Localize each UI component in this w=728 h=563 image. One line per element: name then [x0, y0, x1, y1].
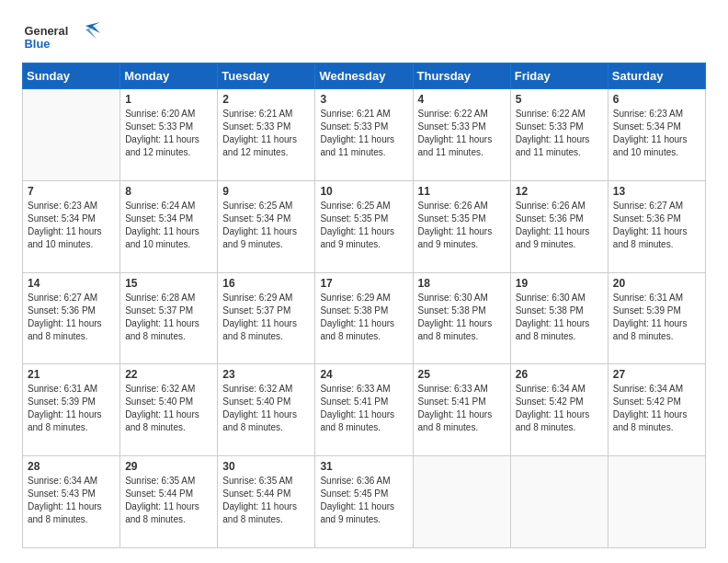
logo: General Blue [22, 18, 105, 55]
day-info: Sunrise: 6:29 AMSunset: 5:37 PMDaylight:… [222, 292, 310, 343]
calendar-day-cell: 10Sunrise: 6:25 AMSunset: 5:35 PMDayligh… [315, 180, 413, 272]
day-info: Sunrise: 6:34 AMSunset: 5:42 PMDaylight:… [613, 383, 700, 434]
calendar-table: SundayMondayTuesdayWednesdayThursdayFrid… [22, 63, 706, 548]
day-number: 31 [320, 460, 407, 473]
day-number: 9 [222, 185, 310, 198]
day-info: Sunrise: 6:30 AMSunset: 5:38 PMDaylight:… [418, 292, 506, 343]
calendar-header-row: SundayMondayTuesdayWednesdayThursdayFrid… [23, 63, 706, 89]
day-number: 27 [613, 368, 700, 381]
day-number: 25 [418, 368, 506, 381]
calendar-week-row: 28Sunrise: 6:34 AMSunset: 5:43 PMDayligh… [23, 456, 706, 548]
calendar-day-cell: 20Sunrise: 6:31 AMSunset: 5:39 PMDayligh… [608, 272, 705, 364]
day-info: Sunrise: 6:25 AMSunset: 5:34 PMDaylight:… [222, 200, 310, 251]
day-number: 17 [320, 277, 407, 290]
day-number: 29 [125, 460, 212, 473]
calendar-day-cell [510, 456, 608, 548]
day-number: 8 [125, 185, 212, 198]
day-number: 6 [613, 93, 700, 106]
day-number: 14 [28, 277, 115, 290]
day-info: Sunrise: 6:25 AMSunset: 5:35 PMDaylight:… [320, 200, 407, 251]
calendar-day-cell: 4Sunrise: 6:22 AMSunset: 5:33 PMDaylight… [413, 89, 510, 181]
day-info: Sunrise: 6:31 AMSunset: 5:39 PMDaylight:… [28, 383, 115, 434]
calendar-day-cell [413, 456, 510, 548]
calendar-day-cell [608, 456, 705, 548]
day-info: Sunrise: 6:36 AMSunset: 5:45 PMDaylight:… [320, 475, 407, 526]
svg-text:General: General [25, 24, 69, 38]
calendar-week-row: 21Sunrise: 6:31 AMSunset: 5:39 PMDayligh… [23, 364, 706, 456]
day-number: 11 [418, 185, 506, 198]
day-number: 20 [613, 277, 700, 290]
calendar-day-cell: 21Sunrise: 6:31 AMSunset: 5:39 PMDayligh… [23, 364, 120, 456]
day-number: 19 [516, 277, 603, 290]
day-number: 26 [516, 368, 603, 381]
day-number: 3 [320, 93, 407, 106]
day-number: 4 [418, 93, 506, 106]
calendar-day-cell: 31Sunrise: 6:36 AMSunset: 5:45 PMDayligh… [315, 456, 413, 548]
day-of-week-header: Wednesday [315, 63, 413, 89]
day-info: Sunrise: 6:27 AMSunset: 5:36 PMDaylight:… [28, 292, 115, 343]
day-number: 7 [28, 185, 115, 198]
calendar-day-cell: 15Sunrise: 6:28 AMSunset: 5:37 PMDayligh… [120, 272, 218, 364]
header: General Blue [22, 18, 706, 55]
calendar-day-cell: 17Sunrise: 6:29 AMSunset: 5:38 PMDayligh… [315, 272, 413, 364]
calendar-day-cell [23, 89, 120, 181]
calendar-day-cell: 7Sunrise: 6:23 AMSunset: 5:34 PMDaylight… [23, 180, 120, 272]
calendar-week-row: 1Sunrise: 6:20 AMSunset: 5:33 PMDaylight… [23, 89, 706, 181]
day-number: 28 [28, 460, 115, 473]
day-number: 1 [125, 93, 212, 106]
day-info: Sunrise: 6:35 AMSunset: 5:44 PMDaylight:… [125, 475, 212, 526]
day-info: Sunrise: 6:32 AMSunset: 5:40 PMDaylight:… [125, 383, 212, 434]
day-number: 12 [516, 185, 603, 198]
day-info: Sunrise: 6:33 AMSunset: 5:41 PMDaylight:… [418, 383, 506, 434]
day-info: Sunrise: 6:26 AMSunset: 5:35 PMDaylight:… [418, 200, 506, 251]
day-info: Sunrise: 6:23 AMSunset: 5:34 PMDaylight:… [28, 200, 115, 251]
day-number: 10 [320, 185, 407, 198]
day-info: Sunrise: 6:31 AMSunset: 5:39 PMDaylight:… [613, 292, 700, 343]
calendar-day-cell: 12Sunrise: 6:26 AMSunset: 5:36 PMDayligh… [510, 180, 608, 272]
page: General Blue SundayMondayTuesdayWednesda… [0, 0, 728, 563]
calendar-day-cell: 6Sunrise: 6:23 AMSunset: 5:34 PMDaylight… [608, 89, 705, 181]
calendar-day-cell: 24Sunrise: 6:33 AMSunset: 5:41 PMDayligh… [315, 364, 413, 456]
calendar-day-cell: 1Sunrise: 6:20 AMSunset: 5:33 PMDaylight… [120, 89, 218, 181]
svg-marker-3 [85, 26, 100, 39]
day-of-week-header: Thursday [413, 63, 510, 89]
day-info: Sunrise: 6:23 AMSunset: 5:34 PMDaylight:… [613, 108, 700, 159]
day-number: 2 [222, 93, 310, 106]
calendar-day-cell: 18Sunrise: 6:30 AMSunset: 5:38 PMDayligh… [413, 272, 510, 364]
calendar-day-cell: 13Sunrise: 6:27 AMSunset: 5:36 PMDayligh… [608, 180, 705, 272]
day-number: 15 [125, 277, 212, 290]
day-of-week-header: Tuesday [218, 63, 315, 89]
logo-icon: General Blue [22, 18, 105, 55]
calendar-day-cell: 2Sunrise: 6:21 AMSunset: 5:33 PMDaylight… [218, 89, 315, 181]
day-info: Sunrise: 6:28 AMSunset: 5:37 PMDaylight:… [125, 292, 212, 343]
calendar-day-cell: 29Sunrise: 6:35 AMSunset: 5:44 PMDayligh… [120, 456, 218, 548]
calendar-day-cell: 26Sunrise: 6:34 AMSunset: 5:42 PMDayligh… [510, 364, 608, 456]
day-number: 18 [418, 277, 506, 290]
day-number: 16 [222, 277, 310, 290]
svg-text:Blue: Blue [25, 37, 51, 51]
day-number: 24 [320, 368, 407, 381]
calendar-day-cell: 27Sunrise: 6:34 AMSunset: 5:42 PMDayligh… [608, 364, 705, 456]
calendar-day-cell: 23Sunrise: 6:32 AMSunset: 5:40 PMDayligh… [218, 364, 315, 456]
day-of-week-header: Monday [120, 63, 218, 89]
day-info: Sunrise: 6:34 AMSunset: 5:43 PMDaylight:… [28, 475, 115, 526]
calendar-day-cell: 14Sunrise: 6:27 AMSunset: 5:36 PMDayligh… [23, 272, 120, 364]
day-info: Sunrise: 6:29 AMSunset: 5:38 PMDaylight:… [320, 292, 407, 343]
calendar-day-cell: 11Sunrise: 6:26 AMSunset: 5:35 PMDayligh… [413, 180, 510, 272]
calendar-day-cell: 3Sunrise: 6:21 AMSunset: 5:33 PMDaylight… [315, 89, 413, 181]
calendar-day-cell: 9Sunrise: 6:25 AMSunset: 5:34 PMDaylight… [218, 180, 315, 272]
day-info: Sunrise: 6:20 AMSunset: 5:33 PMDaylight:… [125, 108, 212, 159]
day-number: 5 [516, 93, 603, 106]
day-info: Sunrise: 6:33 AMSunset: 5:41 PMDaylight:… [320, 383, 407, 434]
day-info: Sunrise: 6:30 AMSunset: 5:38 PMDaylight:… [516, 292, 603, 343]
day-info: Sunrise: 6:21 AMSunset: 5:33 PMDaylight:… [320, 108, 407, 159]
calendar-day-cell: 16Sunrise: 6:29 AMSunset: 5:37 PMDayligh… [218, 272, 315, 364]
calendar-day-cell: 19Sunrise: 6:30 AMSunset: 5:38 PMDayligh… [510, 272, 608, 364]
day-info: Sunrise: 6:22 AMSunset: 5:33 PMDaylight:… [516, 108, 603, 159]
day-number: 21 [28, 368, 115, 381]
day-info: Sunrise: 6:35 AMSunset: 5:44 PMDaylight:… [222, 475, 310, 526]
calendar-day-cell: 22Sunrise: 6:32 AMSunset: 5:40 PMDayligh… [120, 364, 218, 456]
day-info: Sunrise: 6:27 AMSunset: 5:36 PMDaylight:… [613, 200, 700, 251]
calendar-day-cell: 5Sunrise: 6:22 AMSunset: 5:33 PMDaylight… [510, 89, 608, 181]
day-number: 13 [613, 185, 700, 198]
